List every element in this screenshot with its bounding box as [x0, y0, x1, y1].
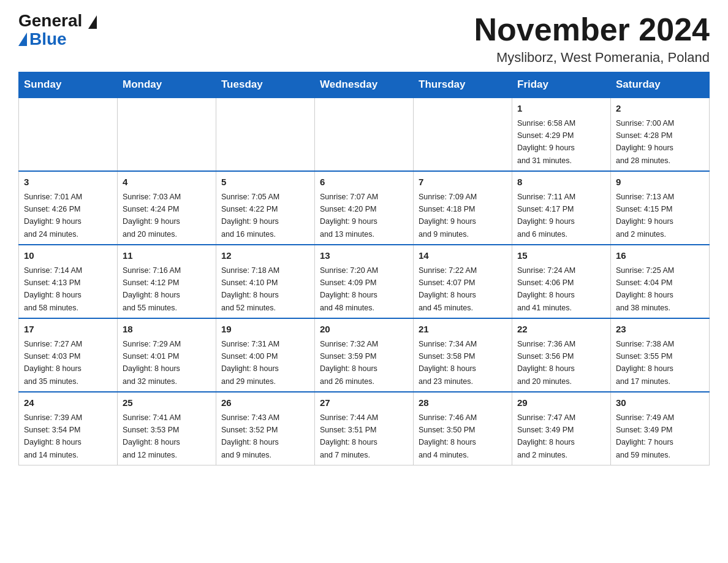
- month-title: November 2024: [474, 12, 710, 47]
- day-number: 4: [123, 175, 211, 190]
- calendar-empty-cell: [315, 98, 414, 171]
- day-number: 23: [616, 323, 704, 337]
- calendar-day-5: 5Sunrise: 7:05 AM Sunset: 4:22 PM Daylig…: [216, 171, 315, 245]
- day-info: Sunrise: 7:09 AM Sunset: 4:18 PM Dayligh…: [419, 193, 477, 239]
- calendar: SundayMondayTuesdayWednesdayThursdayFrid…: [18, 72, 710, 465]
- day-info: Sunrise: 7:24 AM Sunset: 4:06 PM Dayligh…: [517, 266, 575, 312]
- calendar-day-18: 18Sunrise: 7:29 AM Sunset: 4:01 PM Dayli…: [118, 318, 216, 392]
- calendar-day-24: 24Sunrise: 7:39 AM Sunset: 3:54 PM Dayli…: [19, 392, 118, 465]
- day-number: 6: [320, 175, 408, 190]
- calendar-day-7: 7Sunrise: 7:09 AM Sunset: 4:18 PM Daylig…: [414, 171, 512, 245]
- day-info: Sunrise: 7:31 AM Sunset: 4:00 PM Dayligh…: [221, 340, 279, 386]
- calendar-day-10: 10Sunrise: 7:14 AM Sunset: 4:13 PM Dayli…: [19, 245, 118, 318]
- day-number: 16: [616, 249, 704, 263]
- day-info: Sunrise: 7:43 AM Sunset: 3:52 PM Dayligh…: [221, 413, 279, 459]
- calendar-header-row: SundayMondayTuesdayWednesdayThursdayFrid…: [19, 72, 710, 98]
- day-number: 18: [123, 323, 211, 337]
- calendar-day-8: 8Sunrise: 7:11 AM Sunset: 4:17 PM Daylig…: [512, 171, 611, 245]
- calendar-day-6: 6Sunrise: 7:07 AM Sunset: 4:20 PM Daylig…: [315, 171, 414, 245]
- day-number: 30: [616, 396, 704, 410]
- day-info: Sunrise: 7:32 AM Sunset: 3:59 PM Dayligh…: [320, 340, 378, 386]
- column-header-saturday: Saturday: [611, 72, 710, 98]
- column-header-wednesday: Wednesday: [315, 72, 414, 98]
- day-number: 14: [419, 249, 507, 263]
- day-info: Sunrise: 6:58 AM Sunset: 4:29 PM Dayligh…: [517, 119, 575, 165]
- calendar-day-28: 28Sunrise: 7:46 AM Sunset: 3:50 PM Dayli…: [414, 392, 512, 465]
- day-info: Sunrise: 7:11 AM Sunset: 4:17 PM Dayligh…: [517, 193, 575, 239]
- day-info: Sunrise: 7:36 AM Sunset: 3:56 PM Dayligh…: [517, 340, 575, 386]
- calendar-day-13: 13Sunrise: 7:20 AM Sunset: 4:09 PM Dayli…: [315, 245, 414, 318]
- logo-blue-text: Blue: [18, 29, 67, 49]
- day-info: Sunrise: 7:34 AM Sunset: 3:58 PM Dayligh…: [419, 340, 477, 386]
- day-info: Sunrise: 7:18 AM Sunset: 4:10 PM Dayligh…: [221, 266, 279, 312]
- day-info: Sunrise: 7:01 AM Sunset: 4:26 PM Dayligh…: [24, 193, 82, 239]
- calendar-empty-cell: [118, 98, 216, 171]
- calendar-day-23: 23Sunrise: 7:38 AM Sunset: 3:55 PM Dayli…: [611, 318, 710, 392]
- title-area: November 2024 Mysliborz, West Pomerania,…: [474, 12, 710, 66]
- column-header-monday: Monday: [118, 72, 216, 98]
- day-info: Sunrise: 7:49 AM Sunset: 3:49 PM Dayligh…: [616, 413, 674, 459]
- calendar-empty-cell: [414, 98, 512, 171]
- day-number: 29: [517, 396, 605, 410]
- calendar-day-16: 16Sunrise: 7:25 AM Sunset: 4:04 PM Dayli…: [611, 245, 710, 318]
- location-title: Mysliborz, West Pomerania, Poland: [474, 50, 710, 66]
- calendar-day-21: 21Sunrise: 7:34 AM Sunset: 3:58 PM Dayli…: [414, 318, 512, 392]
- day-number: 8: [517, 175, 605, 190]
- day-number: 13: [320, 249, 408, 263]
- day-number: 17: [24, 323, 112, 337]
- day-number: 15: [517, 249, 605, 263]
- column-header-friday: Friday: [512, 72, 611, 98]
- calendar-day-17: 17Sunrise: 7:27 AM Sunset: 4:03 PM Dayli…: [19, 318, 118, 392]
- calendar-day-22: 22Sunrise: 7:36 AM Sunset: 3:56 PM Dayli…: [512, 318, 611, 392]
- day-number: 2: [616, 102, 704, 116]
- day-number: 25: [123, 396, 211, 410]
- day-number: 12: [221, 249, 309, 263]
- day-number: 24: [24, 396, 112, 410]
- day-info: Sunrise: 7:46 AM Sunset: 3:50 PM Dayligh…: [419, 413, 477, 459]
- day-number: 3: [24, 175, 112, 190]
- day-info: Sunrise: 7:39 AM Sunset: 3:54 PM Dayligh…: [24, 413, 82, 459]
- calendar-day-25: 25Sunrise: 7:41 AM Sunset: 3:53 PM Dayli…: [118, 392, 216, 465]
- day-number: 5: [221, 175, 309, 190]
- day-number: 19: [221, 323, 309, 337]
- header: General Blue November 2024 Mysliborz, We…: [18, 12, 710, 66]
- day-number: 28: [419, 396, 507, 410]
- day-number: 21: [419, 323, 507, 337]
- day-info: Sunrise: 7:03 AM Sunset: 4:24 PM Dayligh…: [123, 193, 181, 239]
- calendar-day-14: 14Sunrise: 7:22 AM Sunset: 4:07 PM Dayli…: [414, 245, 512, 318]
- day-number: 11: [123, 249, 211, 263]
- calendar-day-2: 2Sunrise: 7:00 AM Sunset: 4:28 PM Daylig…: [611, 98, 710, 171]
- calendar-day-11: 11Sunrise: 7:16 AM Sunset: 4:12 PM Dayli…: [118, 245, 216, 318]
- calendar-day-19: 19Sunrise: 7:31 AM Sunset: 4:00 PM Dayli…: [216, 318, 315, 392]
- day-info: Sunrise: 7:14 AM Sunset: 4:13 PM Dayligh…: [24, 266, 82, 312]
- calendar-day-20: 20Sunrise: 7:32 AM Sunset: 3:59 PM Dayli…: [315, 318, 414, 392]
- day-number: 27: [320, 396, 408, 410]
- logo-triangle-blue-icon: [18, 33, 27, 46]
- calendar-week-row: 24Sunrise: 7:39 AM Sunset: 3:54 PM Dayli…: [19, 392, 710, 465]
- day-info: Sunrise: 7:25 AM Sunset: 4:04 PM Dayligh…: [616, 266, 674, 312]
- day-info: Sunrise: 7:22 AM Sunset: 4:07 PM Dayligh…: [419, 266, 477, 312]
- day-info: Sunrise: 7:38 AM Sunset: 3:55 PM Dayligh…: [616, 340, 674, 386]
- calendar-week-row: 3Sunrise: 7:01 AM Sunset: 4:26 PM Daylig…: [19, 171, 710, 245]
- column-header-sunday: Sunday: [19, 72, 118, 98]
- day-number: 26: [221, 396, 309, 410]
- calendar-day-15: 15Sunrise: 7:24 AM Sunset: 4:06 PM Dayli…: [512, 245, 611, 318]
- column-header-thursday: Thursday: [414, 72, 512, 98]
- calendar-day-4: 4Sunrise: 7:03 AM Sunset: 4:24 PM Daylig…: [118, 171, 216, 245]
- logo-triangle-black-icon: [88, 15, 97, 29]
- calendar-day-9: 9Sunrise: 7:13 AM Sunset: 4:15 PM Daylig…: [611, 171, 710, 245]
- logo: General Blue: [18, 12, 97, 49]
- day-info: Sunrise: 7:13 AM Sunset: 4:15 PM Dayligh…: [616, 193, 674, 239]
- day-info: Sunrise: 7:05 AM Sunset: 4:22 PM Dayligh…: [221, 193, 279, 239]
- day-info: Sunrise: 7:41 AM Sunset: 3:53 PM Dayligh…: [123, 413, 181, 459]
- calendar-day-1: 1Sunrise: 6:58 AM Sunset: 4:29 PM Daylig…: [512, 98, 611, 171]
- day-number: 10: [24, 249, 112, 263]
- day-info: Sunrise: 7:29 AM Sunset: 4:01 PM Dayligh…: [123, 340, 181, 386]
- day-number: 22: [517, 323, 605, 337]
- calendar-week-row: 10Sunrise: 7:14 AM Sunset: 4:13 PM Dayli…: [19, 245, 710, 318]
- calendar-empty-cell: [19, 98, 118, 171]
- day-info: Sunrise: 7:44 AM Sunset: 3:51 PM Dayligh…: [320, 413, 378, 459]
- calendar-day-29: 29Sunrise: 7:47 AM Sunset: 3:49 PM Dayli…: [512, 392, 611, 465]
- calendar-day-27: 27Sunrise: 7:44 AM Sunset: 3:51 PM Dayli…: [315, 392, 414, 465]
- logo-general-text: General: [18, 12, 97, 29]
